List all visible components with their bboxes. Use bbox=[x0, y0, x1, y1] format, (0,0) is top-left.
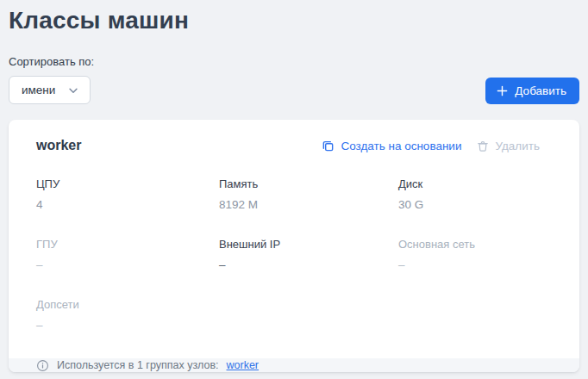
field-cpu-value: 4 bbox=[36, 198, 219, 211]
field-gpu-value: – bbox=[36, 258, 219, 271]
field-extra-networks-label: Допсети bbox=[36, 298, 219, 311]
machine-class-card: worker Создать на основании Удалить bbox=[9, 120, 579, 372]
info-icon bbox=[36, 359, 49, 372]
trash-icon bbox=[477, 140, 489, 152]
field-cpu-label: ЦПУ bbox=[36, 177, 219, 190]
sort-select[interactable]: имени bbox=[9, 76, 91, 104]
field-extra-networks: Допсети – bbox=[36, 298, 219, 332]
copy-icon bbox=[322, 140, 335, 152]
card-header: worker Создать на основании Удалить bbox=[9, 120, 579, 153]
field-disk-value: 30 G bbox=[398, 198, 552, 211]
field-gpu: ГПУ – bbox=[36, 238, 219, 271]
field-memory-value: 8192 M bbox=[219, 198, 398, 211]
footer-node-group-link[interactable]: worker bbox=[227, 359, 260, 371]
field-main-network-value: – bbox=[398, 258, 552, 271]
field-gpu-label: ГПУ bbox=[36, 238, 219, 251]
field-memory: Память 8192 M bbox=[219, 177, 398, 211]
plus-icon bbox=[496, 84, 509, 97]
create-from-button[interactable]: Создать на основании bbox=[322, 140, 461, 152]
field-disk-label: Диск bbox=[398, 177, 552, 190]
field-cpu: ЦПУ 4 bbox=[36, 177, 219, 211]
fields-grid: ЦПУ 4 Память 8192 M Диск 30 G ГПУ – Внеш… bbox=[9, 153, 579, 358]
machine-class-name: worker bbox=[36, 138, 81, 153]
card-actions: Создать на основании Удалить bbox=[322, 140, 540, 152]
chevron-down-icon bbox=[67, 84, 79, 96]
delete-button[interactable]: Удалить bbox=[477, 140, 540, 152]
machine-classes-page: Классы машин Сортировать по: имени Добав… bbox=[0, 7, 588, 379]
field-external-ip: Внешний IP – bbox=[219, 238, 398, 271]
field-extra-networks-value: – bbox=[36, 319, 219, 332]
field-memory-label: Память bbox=[219, 177, 398, 190]
add-button[interactable]: Добавить bbox=[485, 78, 579, 104]
field-main-network-label: Основная сеть bbox=[398, 238, 552, 251]
field-main-network: Основная сеть – bbox=[398, 238, 552, 271]
sort-label: Сортировать по: bbox=[9, 55, 94, 68]
create-from-label: Создать на основании bbox=[341, 140, 461, 152]
field-disk: Диск 30 G bbox=[398, 177, 552, 211]
add-button-label: Добавить bbox=[515, 84, 566, 97]
toolbar: Сортировать по: имени Добавить bbox=[9, 55, 579, 104]
delete-label: Удалить bbox=[495, 140, 540, 152]
card-footer: Используется в 1 группах узлов: worker bbox=[9, 358, 579, 372]
sort-group: Сортировать по: имени bbox=[9, 55, 94, 104]
page-title: Классы машин bbox=[9, 7, 588, 34]
field-external-ip-label: Внешний IP bbox=[219, 238, 398, 251]
footer-usage-text: Используется в 1 группах узлов: bbox=[57, 359, 219, 371]
field-external-ip-value: – bbox=[219, 258, 398, 271]
sort-select-value: имени bbox=[22, 84, 55, 96]
